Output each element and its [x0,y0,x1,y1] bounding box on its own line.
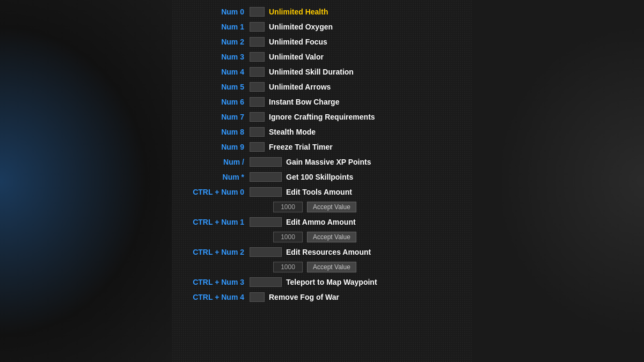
accept-value-button[interactable]: Accept Value [307,262,356,272]
cheat-name: Unlimited Arrows [269,83,331,91]
cheat-row: Num *Get 100 Skillpoints [172,169,472,184]
cheat-name: Unlimited Focus [269,38,327,46]
cheat-name: Unlimited Oxygen [269,23,333,31]
toggle-checkbox[interactable] [250,82,265,92]
cheat-row: Num 2Unlimited Focus [172,34,472,49]
cheat-name: Stealth Mode [269,128,316,136]
toggle-checkbox[interactable] [250,22,265,32]
cheat-row: Num 4Unlimited Skill Duration [172,64,472,79]
key-label: Num 9 [172,143,250,151]
cheat-name: Freeze Trial Timer [269,143,333,151]
key-label: Num 5 [172,83,250,91]
cheat-name: Unlimited Skill Duration [269,68,354,76]
toggle-checkbox[interactable] [250,247,282,257]
key-label: CTRL + Num 1 [172,218,250,226]
toggle-checkbox[interactable] [250,112,265,122]
key-label: CTRL + Num 3 [172,278,250,286]
cheat-name: Get 100 Skillpoints [286,173,353,181]
key-label: Num 7 [172,113,250,121]
cheat-row: CTRL + Num 4Remove Fog of War [172,290,472,305]
toggle-checkbox[interactable] [250,172,282,182]
cheat-name: Edit Ammo Amount [286,218,356,226]
cheat-row: Num /Gain Massive XP Points [172,154,472,169]
key-label: Num 4 [172,68,250,76]
cheat-name: Remove Fog of War [269,293,339,301]
cheat-name: Edit Tools Amount [286,188,352,196]
key-label: Num 1 [172,23,250,31]
key-label: CTRL + Num 4 [172,293,250,301]
cheat-name: Unlimited Valor [269,53,324,61]
toggle-checkbox[interactable] [250,127,265,137]
toggle-checkbox[interactable] [250,277,282,287]
key-label: Num 8 [172,128,250,136]
input-row: Accept Value [254,230,554,245]
main-content: Num 0Unlimited HealthNum 1Unlimited Oxyg… [0,0,644,362]
key-label: Num / [172,158,250,166]
value-input[interactable] [273,262,303,272]
key-label: CTRL + Num 0 [172,188,250,196]
toggle-checkbox[interactable] [250,142,265,152]
accept-value-button[interactable]: Accept Value [307,232,356,242]
toggle-checkbox[interactable] [250,52,265,62]
cheat-row: Num 7Ignore Crafting Requirements [172,109,472,124]
cheat-name: Instant Bow Charge [269,98,339,106]
cheat-name: Gain Massive XP Points [286,158,371,166]
cheat-name: Ignore Crafting Requirements [269,113,375,121]
key-label: CTRL + Num 2 [172,248,250,256]
cheat-row: CTRL + Num 2Edit Resources Amount [172,245,472,260]
toggle-checkbox[interactable] [250,292,265,302]
key-label: Num * [172,173,250,181]
input-row: Accept Value [254,200,554,215]
cheat-row: Num 1Unlimited Oxygen [172,19,472,34]
value-input[interactable] [273,232,303,242]
key-label: Num 0 [172,8,250,16]
toggle-checkbox[interactable] [250,157,282,167]
cheat-row: Num 5Unlimited Arrows [172,79,472,94]
toggle-checkbox[interactable] [250,217,282,227]
toggle-checkbox[interactable] [250,97,265,107]
key-label: Num 2 [172,38,250,46]
cheat-row: Num 9Freeze Trial Timer [172,139,472,154]
cheat-name: Unlimited Health [269,8,328,16]
toggle-checkbox[interactable] [250,187,282,197]
accept-value-button[interactable]: Accept Value [307,202,356,212]
cheat-table: Num 0Unlimited HealthNum 1Unlimited Oxyg… [172,4,472,305]
cheat-name: Edit Resources Amount [286,248,371,256]
toggle-checkbox[interactable] [250,67,265,77]
toggle-checkbox[interactable] [250,7,265,17]
input-row: Accept Value [254,260,554,275]
key-label: Num 6 [172,98,250,106]
key-label: Num 3 [172,53,250,61]
value-input[interactable] [273,202,303,212]
cheat-row: Num 3Unlimited Valor [172,49,472,64]
cheat-row: Num 8Stealth Mode [172,124,472,139]
toggle-checkbox[interactable] [250,37,265,47]
cheat-row: Num 6Instant Bow Charge [172,94,472,109]
cheat-row: CTRL + Num 1Edit Ammo Amount [172,215,472,230]
cheat-name: Teleport to Map Waypoint [286,278,377,286]
cheat-row: CTRL + Num 3Teleport to Map Waypoint [172,275,472,290]
cheat-row: CTRL + Num 0Edit Tools Amount [172,184,472,200]
cheat-row: Num 0Unlimited Health [172,4,472,19]
